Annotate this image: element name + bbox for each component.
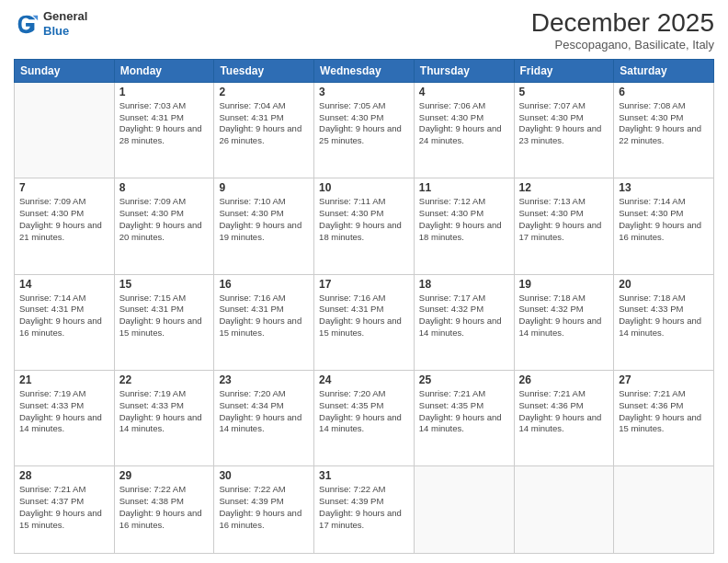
day-number: 5 [519,86,609,98]
calendar-cell [15,82,115,178]
calendar-cell: 18Sunrise: 7:17 AMSunset: 4:32 PMDayligh… [414,274,514,370]
calendar-cell: 4Sunrise: 7:06 AMSunset: 4:30 PMDaylight… [414,82,514,178]
day-number: 17 [319,278,409,291]
day-info: Sunrise: 7:15 AMSunset: 4:31 PMDaylight:… [119,293,210,339]
day-info: Sunrise: 7:14 AMSunset: 4:31 PMDaylight:… [19,293,109,339]
calendar-cell [614,466,714,554]
day-info: Sunrise: 7:22 AMSunset: 4:39 PMDaylight:… [319,484,409,531]
day-info: Sunrise: 7:12 AMSunset: 4:30 PMDaylight:… [419,196,509,243]
day-number: 24 [319,373,409,386]
day-number: 11 [419,181,509,194]
day-number: 31 [319,469,409,482]
day-info: Sunrise: 7:19 AMSunset: 4:33 PMDaylight:… [119,388,210,435]
logo-icon [14,11,40,37]
logo-text: General Blue [43,9,87,38]
calendar-cell: 3Sunrise: 7:05 AMSunset: 4:30 PMDaylight… [314,82,415,178]
logo: General Blue [14,9,87,38]
day-number: 4 [419,86,509,98]
weekday-header-saturday: Saturday [614,59,714,82]
day-info: Sunrise: 7:09 AMSunset: 4:30 PMDaylight:… [119,196,210,243]
calendar-cell: 13Sunrise: 7:14 AMSunset: 4:30 PMDayligh… [614,178,714,274]
calendar-cell: 17Sunrise: 7:16 AMSunset: 4:31 PMDayligh… [314,274,415,370]
day-info: Sunrise: 7:16 AMSunset: 4:31 PMDaylight:… [219,293,309,339]
weekday-header-thursday: Thursday [414,59,514,82]
calendar-cell: 20Sunrise: 7:18 AMSunset: 4:33 PMDayligh… [614,274,714,370]
day-number: 13 [619,181,709,194]
calendar-cell: 15Sunrise: 7:15 AMSunset: 4:31 PMDayligh… [114,274,214,370]
day-info: Sunrise: 7:10 AMSunset: 4:30 PMDaylight:… [219,196,309,243]
day-number: 15 [119,278,210,291]
day-info: Sunrise: 7:18 AMSunset: 4:32 PMDaylight:… [519,293,609,339]
calendar-cell: 2Sunrise: 7:04 AMSunset: 4:31 PMDaylight… [214,82,314,178]
day-info: Sunrise: 7:17 AMSunset: 4:32 PMDaylight:… [419,293,509,339]
location-title: Pescopagano, Basilicate, Italy [531,38,714,52]
day-number: 22 [119,373,210,386]
day-info: Sunrise: 7:22 AMSunset: 4:39 PMDaylight:… [219,484,309,531]
page: General Blue December 2025 Pescopagano, … [0,0,728,563]
calendar-table: SundayMondayTuesdayWednesdayThursdayFrid… [14,59,714,554]
calendar-cell [414,466,514,554]
day-number: 21 [19,373,109,386]
day-info: Sunrise: 7:21 AMSunset: 4:37 PMDaylight:… [19,484,109,531]
day-info: Sunrise: 7:13 AMSunset: 4:30 PMDaylight:… [519,196,609,243]
calendar-cell: 10Sunrise: 7:11 AMSunset: 4:30 PMDayligh… [314,178,415,274]
day-info: Sunrise: 7:07 AMSunset: 4:30 PMDaylight:… [519,100,609,147]
calendar-cell: 6Sunrise: 7:08 AMSunset: 4:30 PMDaylight… [614,82,714,178]
calendar-cell: 21Sunrise: 7:19 AMSunset: 4:33 PMDayligh… [15,371,115,466]
day-number: 25 [419,373,509,386]
weekday-header-sunday: Sunday [15,59,115,82]
day-info: Sunrise: 7:19 AMSunset: 4:33 PMDaylight:… [19,388,109,435]
day-info: Sunrise: 7:20 AMSunset: 4:35 PMDaylight:… [319,388,409,435]
day-info: Sunrise: 7:18 AMSunset: 4:33 PMDaylight:… [619,293,709,339]
calendar-cell: 11Sunrise: 7:12 AMSunset: 4:30 PMDayligh… [414,178,514,274]
day-number: 23 [219,373,309,386]
day-number: 10 [319,181,409,194]
calendar-week-row-5: 28Sunrise: 7:21 AMSunset: 4:37 PMDayligh… [15,466,714,554]
day-info: Sunrise: 7:21 AMSunset: 4:35 PMDaylight:… [419,388,509,435]
calendar-cell: 7Sunrise: 7:09 AMSunset: 4:30 PMDaylight… [15,178,115,274]
day-number: 28 [19,469,109,482]
day-number: 20 [619,278,709,291]
day-number: 30 [219,469,309,482]
day-info: Sunrise: 7:21 AMSunset: 4:36 PMDaylight:… [619,388,709,435]
calendar-cell [514,466,614,554]
calendar-cell: 28Sunrise: 7:21 AMSunset: 4:37 PMDayligh… [15,466,115,554]
calendar-cell: 29Sunrise: 7:22 AMSunset: 4:38 PMDayligh… [114,466,214,554]
day-number: 7 [19,181,109,194]
calendar-week-row-4: 21Sunrise: 7:19 AMSunset: 4:33 PMDayligh… [15,371,714,466]
weekday-header-tuesday: Tuesday [214,59,314,82]
day-number: 3 [319,86,409,98]
day-number: 9 [219,181,309,194]
day-number: 8 [119,181,210,194]
day-info: Sunrise: 7:21 AMSunset: 4:36 PMDaylight:… [519,388,609,435]
day-info: Sunrise: 7:22 AMSunset: 4:38 PMDaylight:… [119,484,210,531]
calendar-cell: 31Sunrise: 7:22 AMSunset: 4:39 PMDayligh… [314,466,415,554]
day-info: Sunrise: 7:16 AMSunset: 4:31 PMDaylight:… [319,293,409,339]
day-number: 2 [219,86,309,98]
calendar-cell: 30Sunrise: 7:22 AMSunset: 4:39 PMDayligh… [214,466,314,554]
calendar-cell: 16Sunrise: 7:16 AMSunset: 4:31 PMDayligh… [214,274,314,370]
calendar-cell: 9Sunrise: 7:10 AMSunset: 4:30 PMDaylight… [214,178,314,274]
calendar-cell: 26Sunrise: 7:21 AMSunset: 4:36 PMDayligh… [514,371,614,466]
calendar-cell: 12Sunrise: 7:13 AMSunset: 4:30 PMDayligh… [514,178,614,274]
day-number: 6 [619,86,709,98]
day-info: Sunrise: 7:08 AMSunset: 4:30 PMDaylight:… [619,100,709,147]
weekday-header-friday: Friday [514,59,614,82]
day-number: 27 [619,373,709,386]
calendar-week-row-3: 14Sunrise: 7:14 AMSunset: 4:31 PMDayligh… [15,274,714,370]
calendar-cell: 14Sunrise: 7:14 AMSunset: 4:31 PMDayligh… [15,274,115,370]
day-number: 19 [519,278,609,291]
calendar-cell: 22Sunrise: 7:19 AMSunset: 4:33 PMDayligh… [114,371,214,466]
day-info: Sunrise: 7:03 AMSunset: 4:31 PMDaylight:… [119,100,210,147]
header: General Blue December 2025 Pescopagano, … [14,9,714,52]
day-number: 29 [119,469,210,482]
title-section: December 2025 Pescopagano, Basilicate, I… [531,9,714,52]
day-number: 18 [419,278,509,291]
day-info: Sunrise: 7:09 AMSunset: 4:30 PMDaylight:… [19,196,109,243]
day-info: Sunrise: 7:14 AMSunset: 4:30 PMDaylight:… [619,196,709,243]
calendar-cell: 24Sunrise: 7:20 AMSunset: 4:35 PMDayligh… [314,371,415,466]
calendar-week-row-2: 7Sunrise: 7:09 AMSunset: 4:30 PMDaylight… [15,178,714,274]
calendar-cell: 1Sunrise: 7:03 AMSunset: 4:31 PMDaylight… [114,82,214,178]
calendar-cell: 5Sunrise: 7:07 AMSunset: 4:30 PMDaylight… [514,82,614,178]
month-title: December 2025 [531,9,714,38]
